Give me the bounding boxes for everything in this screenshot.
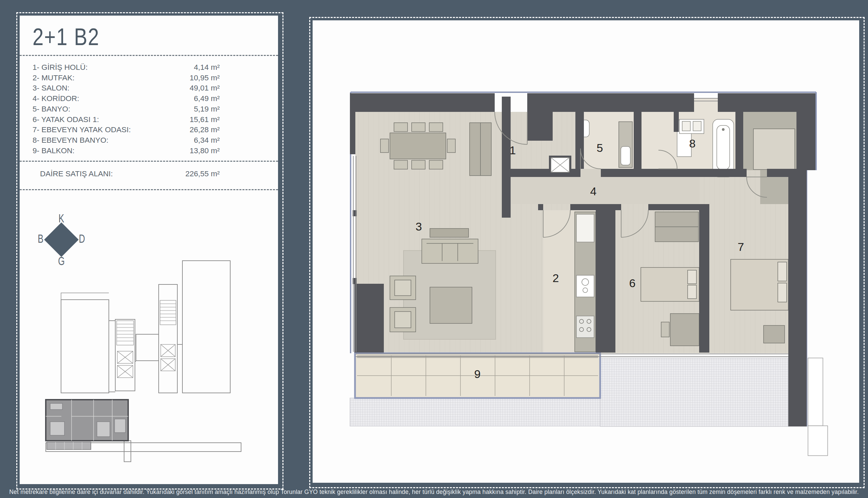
divider: [20, 161, 278, 162]
room-label: 1- GİRİŞ HOLÜ:: [32, 62, 176, 73]
apartment-floor-plan: 1 2 3 4 5 6 7 8 9: [313, 20, 859, 483]
divider: [20, 189, 278, 190]
room-label-kitchen: 2: [553, 272, 559, 285]
room-label: 4- KORİDOR:: [32, 94, 176, 104]
room-label: 9- BALKON:: [32, 146, 176, 156]
room-row: 9- BALKON:13,80 m²: [32, 146, 220, 156]
unit-type-title: 2+1 B2: [32, 23, 100, 51]
room-label: 5- BANYO:: [32, 104, 176, 115]
room-label-corridor: 4: [590, 185, 597, 198]
compass-east-label: D: [79, 232, 85, 246]
room-area: 6,49 m²: [176, 94, 220, 104]
room-label-master-bedroom: 7: [738, 240, 744, 253]
room-row: 1- GİRİŞ HOLÜ:4,14 m²: [32, 62, 220, 73]
total-sale-area-value: 226,55 m²: [176, 169, 220, 179]
room-area: 49,01 m²: [176, 83, 220, 94]
room-area: 26,28 m²: [176, 125, 220, 135]
room-row: 5- BANYO:5,19 m²: [32, 104, 220, 115]
total-sale-area-label: DAİRE SATIŞ ALANI:: [40, 169, 176, 179]
compass-west-label: B: [38, 232, 43, 246]
room-label: 3- SALON:: [32, 83, 176, 94]
room-area: 13,80 m²: [176, 146, 220, 156]
room-row: 4- KORİDOR:6,49 m²: [32, 94, 220, 104]
room-row: 6- YATAK ODASI 1:15,61 m²: [32, 115, 220, 125]
room-label-bathroom: 5: [597, 141, 603, 154]
room-label: 8- EBEVEYN BANYO:: [32, 135, 176, 146]
unit-info-panel: 2+1 B2 1- GİRİŞ HOLÜ:4,14 m² 2- MUTFAK:1…: [20, 16, 278, 484]
room-row: 2- MUTFAK:10,95 m²: [32, 73, 220, 83]
room-row: 8- EBEVEYN BANYO:6,34 m²: [32, 135, 220, 146]
room-row: 7- EBEVEYN YATAK ODASI:26,28 m²: [32, 125, 220, 135]
key-plan-highlighted-unit: [46, 400, 128, 449]
key-plan-floor-locator: [43, 260, 253, 477]
service-shaft: [549, 156, 571, 174]
room-label: 2- MUTFAK:: [32, 73, 176, 83]
room-label-balcony: 9: [474, 367, 481, 380]
room-area: 10,95 m²: [176, 73, 220, 83]
room-area: 5,19 m²: [176, 104, 220, 115]
room-label-salon: 3: [416, 220, 422, 233]
floor-plan-panel: 1 2 3 4 5 6 7 8 9: [313, 20, 859, 483]
room-label: 6- YATAK ODASI 1:: [32, 115, 176, 125]
room-area-list: 1- GİRİŞ HOLÜ:4,14 m² 2- MUTFAK:10,95 m²…: [32, 62, 220, 156]
room-row: 3- SALON:49,01 m²: [32, 83, 220, 94]
key-plan-stairs-elevators: [117, 300, 176, 378]
room-area: 15,61 m²: [176, 115, 220, 125]
balcony-and-terrace: [350, 353, 828, 456]
compass-diamond-icon: [44, 222, 79, 257]
room-label-master-bath: 8: [689, 137, 696, 150]
room-area: 4,14 m²: [176, 62, 220, 73]
divider: [20, 55, 278, 56]
room-label-bedroom1: 6: [629, 277, 636, 289]
room-label: 7- EBEVEYN YATAK ODASI:: [32, 125, 176, 135]
disclaimer-text: Net metrekare bilgilerine daire içi duva…: [0, 488, 868, 496]
total-sale-area-row: DAİRE SATIŞ ALANI: 226,55 m²: [40, 169, 220, 179]
room-label-entry: 1: [510, 144, 516, 157]
room-area: 6,34 m²: [176, 135, 220, 146]
